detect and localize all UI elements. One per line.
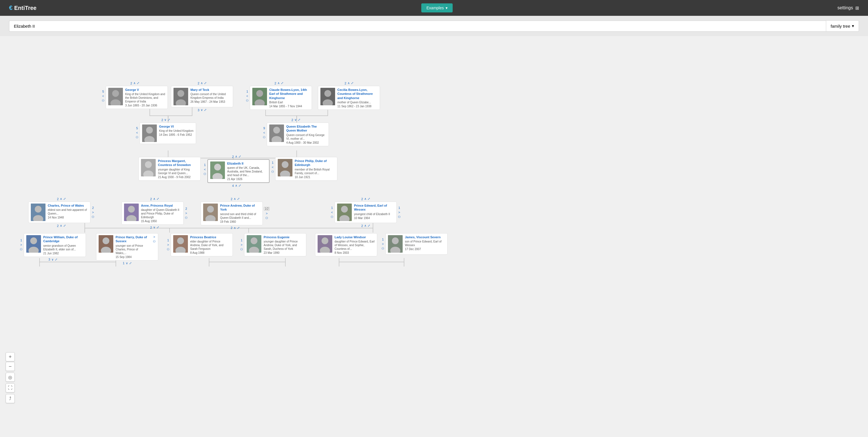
elizabeth-name[interactable]: Elizabeth II: [227, 162, 267, 165]
link-icon[interactable]: ⤢: [239, 155, 241, 158]
chevron-up-icon2[interactable]: ∧: [234, 226, 236, 230]
link-icon-bottom[interactable]: ⤢: [157, 226, 159, 229]
person-card-philip[interactable]: Prince Philip, Duke of Edinburgh member …: [275, 157, 337, 181]
louise-name[interactable]: Lady Louise Windsor: [335, 235, 375, 239]
link-icon[interactable]: ⤢: [63, 197, 66, 201]
chevron-down-icon[interactable]: ∨: [153, 226, 155, 229]
link-icon[interactable]: ⤢: [137, 81, 139, 85]
person-icon[interactable]: ⚇: [246, 99, 249, 102]
person-card-charles[interactable]: Charles, Prince of Wales eldest son and …: [28, 202, 90, 223]
person-card-william[interactable]: Prince William, Duke of Cambridge senior…: [24, 233, 86, 257]
mary-name[interactable]: Mary of Teck: [190, 88, 230, 92]
chevron-up-icon2[interactable]: ∧: [235, 184, 237, 188]
link-icon-bottom[interactable]: ⤢: [129, 261, 132, 265]
philip-dates: 10 Jun 1921: [295, 176, 335, 179]
person-icon[interactable]: ⚇: [102, 99, 104, 102]
chevron-up-icon[interactable]: ∧: [153, 197, 155, 201]
person-card-andrew[interactable]: Prince Andrew, Duke of York second son a…: [200, 202, 263, 225]
link-icon[interactable]: ⤢: [368, 197, 370, 201]
settings-button[interactable]: settings ⊞: [837, 5, 859, 11]
chevron-up-icon[interactable]: ∧: [347, 81, 350, 85]
george6-name[interactable]: George VI: [159, 125, 193, 129]
person-card-james[interactable]: James, Viscount Severn son of Prince Edw…: [385, 233, 447, 255]
charles-name[interactable]: Charles, Prince of Wales: [48, 204, 88, 207]
person-card-eugenie[interactable]: Princess Eugenie younger daughter of Pri…: [244, 233, 306, 256]
chevron-down-icon[interactable]: ∨: [200, 108, 203, 112]
link-icon[interactable]: ⤢: [237, 197, 240, 201]
person-card-anne[interactable]: Anne, Princess Royal daughter of Queen E…: [122, 202, 184, 225]
george5-dates: 3 Jun 1865 - 20 Jan 1936: [125, 104, 165, 107]
james-name[interactable]: James, Viscount Severn: [405, 235, 445, 239]
link-icon[interactable]: ⤢: [157, 197, 159, 201]
search-input[interactable]: [9, 21, 826, 32]
tree-type-button[interactable]: family tree ▾: [826, 20, 859, 32]
person-icon[interactable]: ⚇: [135, 135, 138, 139]
chevron-up-icon[interactable]: ∧: [364, 197, 367, 201]
person-card-claude[interactable]: Claude Bowes-Lyon, 14th Earl of Strathmo…: [250, 86, 312, 110]
person-photo-george6: [142, 125, 157, 142]
william-name[interactable]: Prince William, Duke of Cambridge: [43, 235, 83, 243]
chevron-up-icon[interactable]: ∧: [200, 81, 203, 85]
edward-name[interactable]: Prince Edward, Earl of Wessex: [354, 204, 394, 212]
chevron-up-icon[interactable]: ∧: [60, 197, 62, 201]
link-icon-bottom[interactable]: ⤢: [237, 226, 240, 230]
chevron-up-icon[interactable]: ∧: [234, 197, 236, 201]
person-card-elizabeth[interactable]: Elizabeth II queen of the UK, Canada, Au…: [207, 159, 270, 183]
person-photo-mary: [174, 88, 188, 105]
link-icon-bottom[interactable]: ⤢: [368, 224, 370, 228]
beatrice-name[interactable]: Princess Beatrice: [190, 235, 230, 239]
chevron-left-icon[interactable]: <: [204, 168, 206, 171]
svg-point-10: [324, 90, 331, 97]
person-card-margaret[interactable]: Princess Margaret, Countess of Snowdon y…: [138, 157, 200, 181]
anne-name[interactable]: Anne, Princess Royal: [141, 204, 181, 207]
person-card-george5[interactable]: George V King of the United Kingdom and …: [106, 86, 168, 109]
person-card-edward[interactable]: Prince Edward, Earl of Wessex youngest c…: [335, 202, 397, 223]
chevron-up-icon[interactable]: ∧: [235, 155, 237, 158]
chevron-down-icon2[interactable]: ∨: [164, 118, 166, 122]
person-card-louise[interactable]: Lady Louise Windsor daughter of Prince E…: [315, 233, 377, 256]
chevron-up-icon[interactable]: ∧: [133, 81, 135, 85]
eugenie-name[interactable]: Princess Eugenie: [264, 235, 304, 239]
chevron-left-icon[interactable]: <: [246, 94, 248, 98]
chevron-left-icon[interactable]: <: [102, 94, 104, 98]
link-icon[interactable]: ⤢: [281, 81, 283, 85]
chevron-up-icon2[interactable]: ∧: [364, 224, 367, 228]
person-card-beatrice[interactable]: Princess Beatrice elder daughter of Prin…: [170, 233, 233, 256]
george5-name[interactable]: George V: [125, 88, 165, 92]
chevron-up-icon[interactable]: ∧: [277, 81, 280, 85]
person-card-harry[interactable]: Prince Harry, Duke of Sussex younger son…: [96, 233, 158, 261]
person-icon[interactable]: ⚇: [271, 170, 274, 174]
queenmom-name[interactable]: Queen Elizabeth The Queen Mother: [286, 125, 327, 133]
person-card-george6[interactable]: George VI King of the United Kingdom 14 …: [140, 123, 196, 144]
andrew-name[interactable]: Prince Andrew, Duke of York: [220, 204, 260, 212]
chevron-down-icon[interactable]: ∨: [52, 258, 54, 261]
person-card-queenmom[interactable]: Queen Elizabeth The Queen Mother Queen c…: [267, 123, 329, 146]
person-card-mary[interactable]: Mary of Teck Queen consort of the United…: [171, 86, 233, 107]
link-icon[interactable]: ⤢: [298, 118, 300, 122]
person-card-cecilia[interactable]: Cecilia Bowes-Lyon, Countess of Strathmo…: [318, 86, 380, 110]
link-icon[interactable]: ⤢: [167, 118, 170, 122]
margaret-name[interactable]: Princess Margaret, Countess of Snowdon: [158, 159, 198, 167]
cecilia-name[interactable]: Cecilia Bowes-Lyon, Countess of Strathmo…: [337, 88, 377, 100]
chevron-up-icon2[interactable]: ∧: [60, 224, 62, 228]
link-icon-bottom[interactable]: ⤢: [55, 258, 57, 261]
claude-name[interactable]: Claude Bowes-Lyon, 14th Earl of Strathmo…: [269, 88, 309, 100]
anne-dates: 15 Aug 1950: [141, 220, 181, 223]
link-icon[interactable]: ⤢: [204, 81, 207, 85]
chevron-left-icon[interactable]: <: [264, 131, 265, 134]
chevron-down-icon3[interactable]: ∨: [294, 118, 297, 122]
link-icon-bottom[interactable]: ⤢: [239, 184, 241, 188]
philip-name[interactable]: Prince Philip, Duke of Edinburgh: [295, 159, 335, 167]
link-icon-bottom[interactable]: ⤢: [204, 108, 207, 112]
chevron-left-icon[interactable]: <: [272, 165, 274, 169]
person-icon[interactable]: ⚇: [204, 172, 206, 176]
link-icon-bottom[interactable]: ⤢: [63, 224, 66, 228]
harry-name[interactable]: Prince Harry, Duke of Sussex: [116, 235, 150, 243]
link-icon[interactable]: ⤢: [351, 81, 353, 85]
examples-button[interactable]: Examples ▾: [421, 3, 453, 12]
chevron-down-icon[interactable]: ∨: [126, 261, 128, 265]
person-icon[interactable]: ⚇: [263, 135, 266, 139]
elizabeth-desc: queen of the UK, Canada, Australia, and …: [227, 166, 267, 177]
harry-wrapper: Prince Harry, Duke of Sussex younger son…: [96, 233, 158, 265]
chevron-left-icon[interactable]: <: [136, 131, 138, 134]
